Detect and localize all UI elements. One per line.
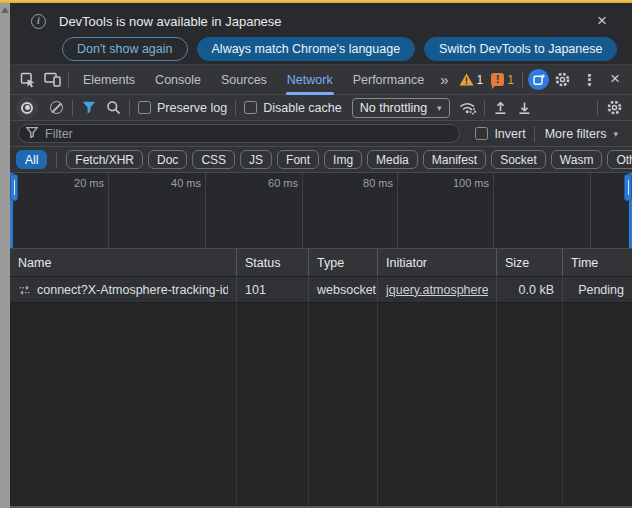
toolbar-separator: [235, 100, 236, 116]
export-har-icon[interactable]: [489, 96, 513, 120]
network-settings-gear-icon[interactable]: [602, 96, 626, 120]
request-type-cell: websocket: [309, 277, 378, 302]
chip-doc[interactable]: Doc: [148, 150, 187, 169]
toolbar-separator: [484, 100, 485, 116]
chip-separator: [56, 152, 57, 168]
throttling-dropdown[interactable]: No throttling ▾: [352, 98, 450, 118]
chip-js[interactable]: JS: [240, 150, 272, 169]
request-size-cell: 0.0 kB: [497, 277, 563, 302]
tab-sources[interactable]: Sources: [211, 65, 277, 95]
column-header-status[interactable]: Status: [237, 249, 309, 276]
timeline-gridline: [397, 173, 398, 248]
network-filter-bar: Invert More filters ▾: [10, 121, 632, 147]
search-icon[interactable]: [101, 96, 125, 120]
settings-gear-icon[interactable]: [551, 68, 575, 92]
timeline-gridline: [590, 173, 591, 248]
banner-title: DevTools is now available in Japanese: [59, 14, 597, 29]
websocket-icon: [18, 284, 31, 296]
chip-fetch-xhr[interactable]: Fetch/XHR: [66, 150, 143, 169]
timeline-gridline: [493, 173, 494, 248]
toolbar-separator: [534, 126, 535, 142]
requests-table-header: Name Status Type Initiator Size Time: [10, 249, 632, 277]
timeline-gridline: [302, 173, 303, 248]
close-devtools-icon[interactable]: ×: [604, 69, 628, 91]
request-type-filter-chips: All Fetch/XHR Doc CSS JS Font Img Media …: [10, 147, 632, 173]
tab-console[interactable]: Console: [145, 65, 211, 95]
switch-to-japanese-button[interactable]: Switch DevTools to Japanese: [424, 37, 617, 61]
column-header-initiator[interactable]: Initiator: [378, 249, 497, 276]
request-initiator-cell: jquery.atmosphere.js: [378, 277, 497, 302]
record-icon: [21, 102, 33, 114]
tab-elements[interactable]: Elements: [73, 65, 145, 95]
toolbar-separator: [597, 100, 598, 116]
request-name-cell[interactable]: connect?X-Atmosphere-tracking-id...: [10, 277, 237, 302]
devtools-window: i DevTools is now available in Japanese …: [0, 0, 632, 508]
chevron-down-icon: ▾: [437, 103, 442, 113]
toolbar-separator: [129, 100, 130, 116]
warning-triangle-icon: [459, 73, 474, 86]
filter-input-funnel-icon: [26, 127, 38, 138]
chip-css[interactable]: CSS: [192, 150, 235, 169]
devtools-feature-badge-icon[interactable]: [527, 68, 551, 92]
timeline-gridline: [108, 173, 109, 248]
preserve-log-checkbox[interactable]: Preserve log: [134, 101, 231, 115]
dont-show-again-button[interactable]: Don't show again: [62, 37, 188, 61]
record-network-log-button[interactable]: [16, 97, 38, 119]
table-row[interactable]: connect?X-Atmosphere-tracking-id... 101 …: [10, 277, 632, 303]
invert-filter-checkbox[interactable]: Invert: [471, 127, 529, 141]
network-conditions-icon[interactable]: [456, 96, 480, 120]
initiator-link[interactable]: jquery.atmosphere.js: [386, 283, 488, 297]
checkbox-icon: [475, 127, 488, 140]
chip-font[interactable]: Font: [277, 150, 319, 169]
more-filters-dropdown[interactable]: More filters ▾: [539, 127, 624, 141]
chip-socket[interactable]: Socket: [491, 150, 546, 169]
more-tabs-icon[interactable]: »: [434, 71, 454, 88]
chevron-down-icon: ▾: [613, 129, 618, 139]
toolbar-separator: [522, 72, 523, 88]
checkbox-icon: [244, 101, 257, 114]
filter-funnel-icon[interactable]: [77, 96, 101, 120]
more-options-icon[interactable]: ⋮: [575, 71, 604, 89]
chip-other[interactable]: Other: [607, 150, 632, 169]
chip-img[interactable]: Img: [324, 150, 362, 169]
match-chrome-language-button[interactable]: Always match Chrome's language: [197, 37, 416, 61]
import-har-icon[interactable]: [513, 96, 537, 120]
banner-close-icon[interactable]: ×: [597, 13, 607, 29]
toolbar-separator: [68, 72, 69, 88]
overview-right-handle[interactable]: [624, 174, 632, 201]
timeline-tick-label: 80 ms: [327, 177, 393, 189]
issues-badge[interactable]: ! 1: [487, 73, 518, 87]
toggle-device-toolbar-icon[interactable]: [40, 68, 64, 92]
scroll-up-arrow-icon[interactable]: [1, 7, 9, 13]
overview-left-handle[interactable]: [10, 174, 18, 201]
issues-icon: !: [491, 73, 504, 86]
chip-all[interactable]: All: [16, 150, 47, 169]
tab-performance[interactable]: Performance: [343, 65, 435, 95]
clear-network-log-icon[interactable]: [44, 96, 68, 120]
timeline-tick-label: 60 ms: [232, 177, 298, 189]
disable-cache-checkbox[interactable]: Disable cache: [240, 101, 346, 115]
page-scrollbar[interactable]: [0, 3, 10, 508]
column-header-size[interactable]: Size: [497, 249, 563, 276]
column-header-name[interactable]: Name: [10, 249, 237, 276]
timeline-tick-label: 40 ms: [135, 177, 201, 189]
language-promo-banner: i DevTools is now available in Japanese …: [10, 3, 632, 65]
main-toolbar: Elements Console Sources Network Perform…: [10, 65, 632, 95]
column-header-time[interactable]: Time: [563, 249, 632, 276]
console-warnings-badge[interactable]: 1: [455, 73, 488, 87]
filter-input[interactable]: [18, 124, 460, 143]
timeline-gridline: [205, 173, 206, 248]
toolbar-separator: [72, 100, 73, 116]
timeline-tick-label: 20 ms: [38, 177, 104, 189]
chip-wasm[interactable]: Wasm: [551, 150, 603, 169]
network-overview-timeline[interactable]: 20 ms 40 ms 60 ms 80 ms 100 ms: [10, 173, 632, 249]
tab-network[interactable]: Network: [277, 65, 343, 95]
column-header-type[interactable]: Type: [309, 249, 378, 276]
network-panel-toolbar: Preserve log Disable cache No throttling…: [10, 95, 632, 121]
chip-media[interactable]: Media: [367, 150, 418, 169]
inspect-element-icon[interactable]: [16, 68, 40, 92]
checkbox-icon: [138, 101, 151, 114]
chip-manifest[interactable]: Manifest: [423, 150, 486, 169]
request-status-cell: 101: [237, 277, 309, 302]
info-icon: i: [31, 14, 46, 29]
